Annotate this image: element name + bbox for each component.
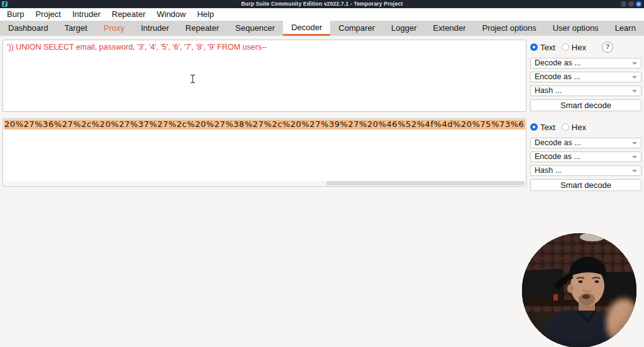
tab-decoder[interactable]: Decoder	[283, 21, 330, 36]
chevron-down-icon	[632, 90, 637, 92]
horizontal-scrollbar-thumb[interactable]	[326, 181, 525, 185]
help-icon[interactable]: ?	[602, 41, 613, 53]
webcam-overlay	[522, 233, 636, 347]
tab-extender[interactable]: Extender	[425, 21, 474, 36]
menu-window[interactable]: Window	[151, 8, 191, 21]
menu-intruder[interactable]: Intruder	[67, 8, 106, 21]
input-controls: Text Hex ? Decode as ... Encode as ... H…	[530, 43, 641, 52]
menu-bar: Burp Project Intruder Repeater Window He…	[0, 8, 644, 21]
input-decode-as-dropdown[interactable]: Decode as ...	[530, 58, 641, 69]
decoder-output-highlighted-text: 20%27%36%27%2c%20%27%37%27%2c%20%27%38%2…	[4, 119, 525, 129]
output-smart-decode-button[interactable]: Smart decode	[530, 179, 641, 191]
input-hash-dropdown[interactable]: Hash ...	[530, 85, 641, 96]
output-hex-radio-label[interactable]: Hex	[572, 123, 586, 132]
decoder-output-area[interactable]: 20%27%36%27%2c%20%27%37%27%2c%20%27%38%2…	[3, 118, 526, 187]
decoder-input-text: ')) UNION SELECT email, password, '3', '…	[3, 40, 526, 55]
input-text-radio[interactable]	[530, 43, 538, 51]
window-title: Burp Suite Community Edition v2022.7.1 -…	[0, 0, 644, 8]
menu-project[interactable]: Project	[30, 8, 66, 21]
output-text-radio-label[interactable]: Text	[540, 123, 555, 132]
chevron-down-icon	[632, 62, 637, 65]
output-hash-dropdown[interactable]: Hash ...	[530, 165, 641, 176]
webcam-scene	[522, 233, 636, 347]
minimize-button[interactable]	[621, 1, 626, 7]
maximize-button[interactable]	[628, 1, 634, 7]
output-encode-as-label: Encode as ...	[535, 152, 580, 161]
input-smart-decode-button[interactable]: Smart decode	[530, 99, 641, 111]
tab-intruder[interactable]: Intruder	[133, 21, 177, 36]
menu-help[interactable]: Help	[191, 8, 219, 21]
burp-app-icon	[2, 1, 8, 7]
tab-comparer[interactable]: Comparer	[330, 21, 383, 36]
input-hex-radio-label[interactable]: Hex	[572, 43, 586, 52]
output-text-radio[interactable]	[530, 123, 538, 131]
tab-proxy[interactable]: Proxy	[96, 21, 133, 36]
chevron-down-icon	[632, 156, 637, 158]
input-hex-radio[interactable]	[562, 43, 569, 51]
tab-repeater[interactable]: Repeater	[177, 21, 227, 36]
tab-user-options[interactable]: User options	[545, 21, 607, 36]
menu-repeater[interactable]: Repeater	[106, 8, 151, 21]
output-hash-label: Hash ...	[535, 166, 562, 175]
decoder-input-area[interactable]: ')) UNION SELECT email, password, '3', '…	[3, 40, 526, 112]
tab-learn[interactable]: Learn	[607, 21, 644, 36]
output-decode-as-dropdown[interactable]: Decode as ...	[530, 138, 641, 148]
input-text-radio-label[interactable]: Text	[540, 43, 555, 52]
tab-sequencer[interactable]: Sequencer	[227, 21, 283, 36]
tab-target[interactable]: Target	[57, 21, 96, 36]
tab-dashboard[interactable]: Dashboard	[0, 21, 57, 36]
chevron-down-icon	[632, 170, 637, 172]
chevron-down-icon	[632, 142, 637, 145]
chevron-down-icon	[632, 76, 637, 79]
input-encode-as-label: Encode as ...	[535, 72, 580, 81]
horizontal-scrollbar	[4, 181, 525, 185]
tab-logger[interactable]: Logger	[383, 21, 425, 36]
close-button[interactable]: ×	[636, 1, 641, 7]
input-hash-label: Hash ...	[535, 86, 562, 95]
input-decode-as-label: Decode as ...	[535, 58, 581, 67]
output-decode-as-label: Decode as ...	[535, 138, 581, 147]
text-cursor-icon	[189, 74, 196, 84]
title-bar: Burp Suite Community Edition v2022.7.1 -…	[0, 0, 644, 8]
output-encode-as-dropdown[interactable]: Encode as ...	[530, 151, 641, 162]
input-encode-as-dropdown[interactable]: Encode as ...	[530, 72, 641, 82]
output-controls: Text Hex Decode as ... Encode as ... Has…	[530, 123, 641, 131]
main-tab-bar: Dashboard Target Proxy Intruder Repeater…	[0, 21, 644, 36]
output-hex-radio[interactable]	[562, 123, 569, 131]
tab-project-options[interactable]: Project options	[474, 21, 545, 36]
decoder-content: ')) UNION SELECT email, password, '3', '…	[0, 36, 644, 347]
menu-burp[interactable]: Burp	[1, 8, 30, 21]
